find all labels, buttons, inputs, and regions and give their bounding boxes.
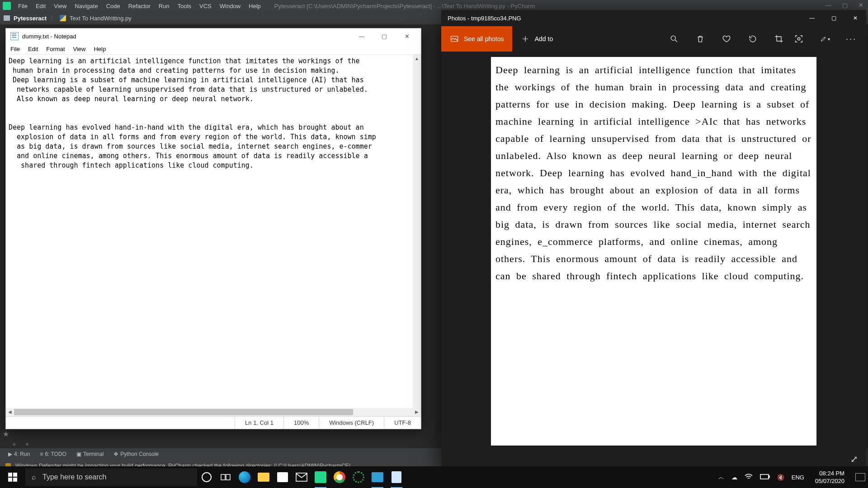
chrome-icon[interactable] (330, 466, 349, 488)
photos-window: Photos - tmp9185co34.PNG — ▢ ✕ See all p… (441, 10, 866, 471)
status-line-ending: Windows (CRLF) (319, 417, 384, 429)
file-explorer-icon[interactable] (254, 466, 273, 488)
breadcrumb-file[interactable]: Text To HandWritting.py (70, 15, 132, 22)
notepad-titlebar[interactable]: dummy.txt - Notepad — ▢ ✕ (6, 28, 421, 44)
status-encoding: UTF-8 (384, 417, 421, 429)
tray-chevron-up-icon[interactable]: ︿ (718, 473, 724, 481)
svg-point-1 (671, 36, 675, 40)
microsoft-store-icon[interactable] (273, 466, 292, 488)
scroll-up-icon[interactable]: ▲ (413, 55, 421, 63)
delete-icon[interactable] (695, 34, 705, 44)
tool-window-chevrons[interactable]: »» (13, 441, 28, 447)
search-icon: ⌕ (32, 473, 36, 481)
notepad-text-content[interactable]: Deep learning is an artificial intellige… (6, 55, 421, 172)
crop-icon[interactable] (774, 34, 784, 44)
menu-run[interactable]: Run (155, 2, 173, 10)
tray-battery-icon[interactable] (760, 474, 770, 481)
pycharm-logo-icon (3, 2, 11, 10)
cortana-icon[interactable] (197, 466, 216, 488)
status-cursor-pos: Ln 1, Col 1 (235, 417, 283, 429)
pycharm-title: Pytesseract [C:\Users\ADMIN\PycharmProje… (274, 3, 535, 9)
start-button[interactable] (0, 466, 25, 488)
breadcrumb-separator: 〉 (50, 14, 56, 22)
pycharm-taskbar-icon[interactable] (311, 466, 330, 488)
more-icon[interactable]: ··· (846, 34, 856, 44)
app-green-icon[interactable] (349, 466, 368, 488)
pycharm-minimize-icon[interactable]: — (826, 2, 831, 9)
taskbar-search[interactable]: ⌕ Type here to search (25, 468, 197, 486)
rotate-icon[interactable] (748, 34, 758, 44)
photos-maximize-icon[interactable]: ▢ (823, 10, 844, 26)
menu-file[interactable]: File (14, 2, 31, 10)
menu-code[interactable]: Code (103, 2, 124, 10)
menu-vcs[interactable]: VCS (196, 2, 215, 10)
photos-toolbar: See all photos Add to ▾ ··· (441, 26, 866, 52)
tool-todo[interactable]: ≡ 6: TODO (40, 451, 66, 457)
action-center-icon[interactable] (855, 473, 865, 481)
tool-run[interactable]: ▶ 4: Run (8, 451, 30, 457)
np-menu-file[interactable]: File (7, 45, 24, 53)
favorite-icon[interactable] (722, 34, 731, 44)
photos-close-icon[interactable]: ✕ (844, 10, 866, 26)
expand-icon[interactable]: ⤢ (850, 454, 858, 465)
notepad-horizontal-scrollbar[interactable]: ◀ ▶ (6, 408, 421, 416)
menu-edit[interactable]: Edit (32, 2, 49, 10)
notepad-minimize-icon[interactable]: — (350, 28, 373, 44)
pycharm-close-icon[interactable]: ✕ (859, 2, 863, 9)
menu-help[interactable]: Help (245, 2, 264, 10)
search-visual-icon[interactable] (794, 34, 804, 44)
zoom-icon[interactable] (669, 34, 679, 44)
tray-onedrive-icon[interactable]: ☁ (731, 474, 737, 481)
svg-rect-4 (226, 474, 230, 480)
notepad-status-bar: Ln 1, Col 1 100% Windows (CRLF) UTF-8 (6, 416, 421, 429)
edit-icon[interactable]: ▾ (820, 34, 830, 44)
tool-terminal[interactable]: ▣ Terminal (76, 451, 104, 457)
folder-icon (4, 15, 10, 21)
tray-wifi-icon[interactable] (745, 474, 753, 481)
tray-language[interactable]: ENG (792, 474, 804, 481)
see-all-photos-button[interactable]: See all photos (441, 26, 512, 52)
edge-icon[interactable] (235, 466, 254, 488)
photos-canvas[interactable]: Deep learning is an artificial intellige… (441, 52, 866, 471)
svg-rect-3 (221, 474, 225, 480)
tool-python-console[interactable]: ❖ Python Console (113, 451, 159, 457)
notepad-close-icon[interactable]: ✕ (396, 28, 418, 44)
menu-window[interactable]: Window (216, 2, 244, 10)
notepad-title-text: dummy.txt - Notepad (22, 33, 76, 40)
scroll-thumb[interactable] (14, 409, 353, 415)
menu-tools[interactable]: Tools (174, 2, 195, 10)
notepad-taskbar-icon[interactable] (387, 466, 406, 488)
tray-clock[interactable]: 08:24 PM 05/07/2020 (815, 469, 844, 485)
windows-taskbar: ⌕ Type here to search ︿ ☁ 🔇 ENG 08:24 PM… (0, 466, 868, 488)
photos-minimize-icon[interactable]: — (801, 10, 823, 26)
np-menu-format[interactable]: Format (42, 45, 68, 53)
menu-refactor[interactable]: Refactor (125, 2, 154, 10)
breadcrumb-project[interactable]: Pytesseract (14, 15, 47, 22)
task-view-icon[interactable] (216, 466, 235, 488)
notepad-vertical-scrollbar[interactable]: ▲ (413, 55, 421, 408)
svg-rect-6 (760, 474, 769, 479)
mail-icon[interactable] (292, 466, 311, 488)
pycharm-maximize-icon[interactable]: ▢ (842, 2, 848, 9)
add-to-label: Add to (535, 35, 553, 42)
svg-point-2 (797, 38, 800, 40)
notepad-menubar: File Edit Format View Help (6, 44, 421, 55)
np-menu-edit[interactable]: Edit (24, 45, 42, 53)
photos-titlebar[interactable]: Photos - tmp9185co34.PNG — ▢ ✕ (441, 10, 866, 26)
add-to-button[interactable]: Add to (512, 26, 561, 52)
tray-time: 08:24 PM (815, 469, 844, 477)
see-all-label: See all photos (464, 35, 504, 42)
scroll-right-icon[interactable]: ▶ (413, 408, 421, 416)
notepad-app-icon (10, 32, 19, 40)
notepad-maximize-icon[interactable]: ▢ (373, 28, 396, 44)
np-menu-view[interactable]: View (70, 45, 90, 53)
menu-navigate[interactable]: Navigate (71, 2, 101, 10)
menu-view[interactable]: View (50, 2, 70, 10)
photos-taskbar-icon[interactable] (368, 466, 387, 488)
notepad-text-area[interactable]: Deep learning is an artificial intellige… (6, 55, 421, 408)
windows-logo-icon (8, 473, 17, 482)
tray-volume-icon[interactable]: 🔇 (777, 474, 784, 481)
scroll-left-icon[interactable]: ◀ (6, 408, 14, 416)
np-menu-help[interactable]: Help (90, 45, 109, 53)
favorites-icon[interactable]: ★ (3, 430, 9, 438)
